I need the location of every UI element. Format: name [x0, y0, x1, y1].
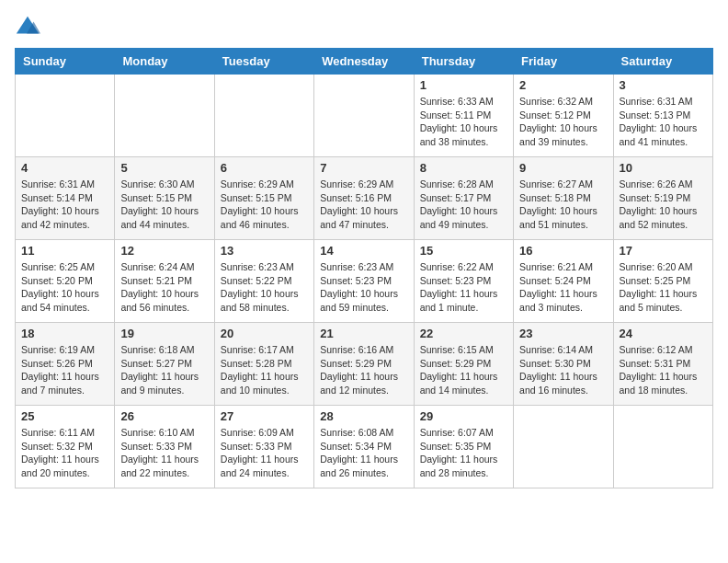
calendar-week-2: 11Sunrise: 6:25 AM Sunset: 5:20 PM Dayli…: [16, 240, 713, 323]
calendar-cell: [613, 406, 712, 488]
calendar-cell: [115, 75, 214, 157]
calendar-cell: 1Sunrise: 6:33 AM Sunset: 5:11 PM Daylig…: [414, 75, 513, 157]
day-number: 21: [320, 327, 407, 340]
day-number: 28: [320, 409, 407, 423]
day-number: 13: [221, 244, 308, 258]
calendar-cell: 12Sunrise: 6:24 AM Sunset: 5:21 PM Dayli…: [115, 240, 214, 323]
day-header-tuesday: Tuesday: [214, 49, 313, 75]
calendar-cell: 28Sunrise: 6:08 AM Sunset: 5:34 PM Dayli…: [314, 406, 414, 488]
calendar-cell: [514, 406, 613, 488]
day-number: 29: [420, 409, 507, 423]
logo: [15, 15, 44, 40]
calendar-cell: 5Sunrise: 6:30 AM Sunset: 5:15 PM Daylig…: [115, 157, 214, 240]
day-number: 27: [221, 409, 308, 423]
calendar-cell: 16Sunrise: 6:21 AM Sunset: 5:24 PM Dayli…: [514, 240, 613, 323]
calendar-cell: 3Sunrise: 6:31 AM Sunset: 5:13 PM Daylig…: [613, 75, 712, 157]
calendar-cell: 7Sunrise: 6:29 AM Sunset: 5:16 PM Daylig…: [314, 157, 414, 240]
day-number: 9: [519, 161, 607, 175]
day-detail: Sunrise: 6:15 AM Sunset: 5:29 PM Dayligh…: [420, 343, 507, 397]
logo-icon: [15, 15, 40, 40]
calendar-cell: 18Sunrise: 6:19 AM Sunset: 5:26 PM Dayli…: [16, 323, 115, 406]
calendar-cell: 27Sunrise: 6:09 AM Sunset: 5:33 PM Dayli…: [214, 406, 313, 488]
day-header-monday: Monday: [115, 49, 214, 75]
day-detail: Sunrise: 6:27 AM Sunset: 5:18 PM Dayligh…: [519, 178, 607, 232]
day-detail: Sunrise: 6:12 AM Sunset: 5:31 PM Dayligh…: [620, 343, 707, 397]
day-detail: Sunrise: 6:21 AM Sunset: 5:24 PM Dayligh…: [519, 260, 607, 315]
day-number: 5: [120, 161, 208, 175]
calendar-table: SundayMondayTuesdayWednesdayThursdayFrid…: [15, 48, 713, 488]
day-number: 22: [420, 327, 507, 340]
day-detail: Sunrise: 6:14 AM Sunset: 5:30 PM Dayligh…: [519, 343, 607, 397]
day-detail: Sunrise: 6:23 AM Sunset: 5:22 PM Dayligh…: [221, 260, 308, 315]
calendar-cell: 26Sunrise: 6:10 AM Sunset: 5:33 PM Dayli…: [115, 406, 214, 488]
day-detail: Sunrise: 6:17 AM Sunset: 5:28 PM Dayligh…: [221, 343, 308, 397]
day-number: 15: [420, 244, 507, 258]
calendar-cell: 10Sunrise: 6:26 AM Sunset: 5:19 PM Dayli…: [613, 157, 712, 240]
calendar-cell: 29Sunrise: 6:07 AM Sunset: 5:35 PM Dayli…: [414, 406, 513, 488]
day-detail: Sunrise: 6:24 AM Sunset: 5:21 PM Dayligh…: [120, 260, 208, 315]
page-header: [15, 15, 713, 40]
calendar-week-1: 4Sunrise: 6:31 AM Sunset: 5:14 PM Daylig…: [16, 157, 713, 240]
day-header-friday: Friday: [514, 49, 613, 75]
day-detail: Sunrise: 6:10 AM Sunset: 5:33 PM Dayligh…: [120, 426, 208, 480]
day-detail: Sunrise: 6:29 AM Sunset: 5:16 PM Dayligh…: [320, 178, 407, 232]
day-number: 7: [320, 161, 407, 175]
day-number: 2: [519, 78, 607, 92]
calendar-cell: 22Sunrise: 6:15 AM Sunset: 5:29 PM Dayli…: [414, 323, 513, 406]
day-number: 20: [221, 327, 308, 340]
day-detail: Sunrise: 6:23 AM Sunset: 5:23 PM Dayligh…: [320, 260, 407, 315]
day-detail: Sunrise: 6:29 AM Sunset: 5:15 PM Dayligh…: [221, 178, 308, 232]
calendar-cell: 9Sunrise: 6:27 AM Sunset: 5:18 PM Daylig…: [514, 157, 613, 240]
day-number: 19: [120, 327, 208, 340]
day-number: 24: [620, 327, 707, 340]
calendar-cell: 23Sunrise: 6:14 AM Sunset: 5:30 PM Dayli…: [514, 323, 613, 406]
day-detail: Sunrise: 6:25 AM Sunset: 5:20 PM Dayligh…: [21, 260, 108, 315]
day-number: 8: [420, 161, 507, 175]
day-detail: Sunrise: 6:19 AM Sunset: 5:26 PM Dayligh…: [21, 343, 108, 397]
day-number: 17: [620, 244, 707, 258]
calendar-cell: 8Sunrise: 6:28 AM Sunset: 5:17 PM Daylig…: [414, 157, 513, 240]
calendar-cell: 13Sunrise: 6:23 AM Sunset: 5:22 PM Dayli…: [214, 240, 313, 323]
calendar-cell: 15Sunrise: 6:22 AM Sunset: 5:23 PM Dayli…: [414, 240, 513, 323]
calendar-cell: 19Sunrise: 6:18 AM Sunset: 5:27 PM Dayli…: [115, 323, 214, 406]
day-number: 6: [221, 161, 308, 175]
day-detail: Sunrise: 6:08 AM Sunset: 5:34 PM Dayligh…: [320, 426, 407, 480]
calendar-cell: 2Sunrise: 6:32 AM Sunset: 5:12 PM Daylig…: [514, 75, 613, 157]
day-header-saturday: Saturday: [613, 49, 712, 75]
day-detail: Sunrise: 6:31 AM Sunset: 5:13 PM Dayligh…: [620, 95, 707, 149]
calendar-cell: 20Sunrise: 6:17 AM Sunset: 5:28 PM Dayli…: [214, 323, 313, 406]
calendar-week-3: 18Sunrise: 6:19 AM Sunset: 5:26 PM Dayli…: [16, 323, 713, 406]
day-detail: Sunrise: 6:09 AM Sunset: 5:33 PM Dayligh…: [221, 426, 308, 480]
day-detail: Sunrise: 6:26 AM Sunset: 5:19 PM Dayligh…: [620, 178, 707, 232]
day-number: 16: [519, 244, 607, 258]
calendar-cell: [314, 75, 414, 157]
calendar-cell: [16, 75, 115, 157]
day-detail: Sunrise: 6:11 AM Sunset: 5:32 PM Dayligh…: [21, 426, 108, 480]
day-detail: Sunrise: 6:16 AM Sunset: 5:29 PM Dayligh…: [320, 343, 407, 397]
day-number: 11: [21, 244, 108, 258]
day-number: 10: [620, 161, 707, 175]
day-detail: Sunrise: 6:32 AM Sunset: 5:12 PM Dayligh…: [519, 95, 607, 149]
calendar-cell: 14Sunrise: 6:23 AM Sunset: 5:23 PM Dayli…: [314, 240, 414, 323]
day-number: 23: [519, 327, 607, 340]
calendar-week-0: 1Sunrise: 6:33 AM Sunset: 5:11 PM Daylig…: [16, 75, 713, 157]
day-detail: Sunrise: 6:30 AM Sunset: 5:15 PM Dayligh…: [120, 178, 208, 232]
day-number: 4: [21, 161, 108, 175]
day-number: 25: [21, 409, 108, 423]
calendar-cell: 17Sunrise: 6:20 AM Sunset: 5:25 PM Dayli…: [613, 240, 712, 323]
day-number: 3: [620, 78, 707, 92]
day-detail: Sunrise: 6:28 AM Sunset: 5:17 PM Dayligh…: [420, 178, 507, 232]
day-number: 12: [120, 244, 208, 258]
day-header-sunday: Sunday: [16, 49, 115, 75]
day-detail: Sunrise: 6:07 AM Sunset: 5:35 PM Dayligh…: [420, 426, 507, 480]
calendar-cell: [214, 75, 313, 157]
calendar-week-4: 25Sunrise: 6:11 AM Sunset: 5:32 PM Dayli…: [16, 406, 713, 488]
day-detail: Sunrise: 6:33 AM Sunset: 5:11 PM Dayligh…: [420, 95, 507, 149]
calendar-cell: 25Sunrise: 6:11 AM Sunset: 5:32 PM Dayli…: [16, 406, 115, 488]
day-number: 14: [320, 244, 407, 258]
day-detail: Sunrise: 6:22 AM Sunset: 5:23 PM Dayligh…: [420, 260, 507, 315]
calendar-cell: 4Sunrise: 6:31 AM Sunset: 5:14 PM Daylig…: [16, 157, 115, 240]
day-detail: Sunrise: 6:18 AM Sunset: 5:27 PM Dayligh…: [120, 343, 208, 397]
calendar-cell: 6Sunrise: 6:29 AM Sunset: 5:15 PM Daylig…: [214, 157, 313, 240]
calendar-cell: 11Sunrise: 6:25 AM Sunset: 5:20 PM Dayli…: [16, 240, 115, 323]
